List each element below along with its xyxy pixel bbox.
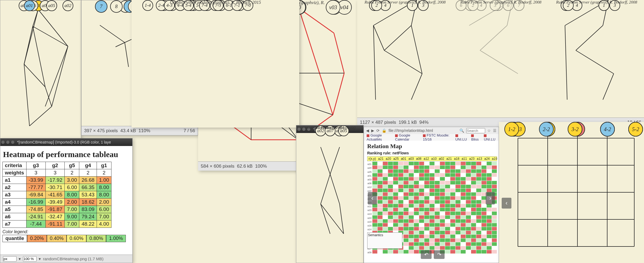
search-input[interactable]	[466, 128, 485, 133]
rm-sub: Ranking rule: netFlows	[367, 151, 495, 155]
l52: 5-2	[628, 122, 643, 137]
svg-line-48	[384, 25, 411, 50]
semantics-legend: Semantics	[367, 232, 402, 249]
svg-line-32	[333, 73, 344, 115]
svg-line-9	[33, 26, 45, 87]
svg-line-68	[321, 204, 330, 234]
capC: Rubis Python Server (graphviz), R. Bisdo…	[549, 0, 644, 5]
heatmap-table: criteriag3g2g5g4g1 weights33222a1-33.99-…	[2, 162, 111, 228]
rm-header: r(x,y)a21a20a25a01a03a08a12a10a02a21a18a…	[367, 156, 497, 161]
url-bar[interactable]: file:///tmp/relationMap.html	[389, 128, 457, 133]
svg-line-8	[24, 64, 29, 126]
units-select[interactable]	[3, 256, 17, 262]
search-icon[interactable]: 🔍	[459, 128, 464, 133]
svg-line-49	[384, 50, 422, 74]
svg-line-64	[321, 147, 330, 174]
svg-line-5	[24, 64, 45, 87]
back-icon[interactable]: ◀	[366, 128, 369, 133]
node-a02: a02	[63, 0, 73, 11]
p7c2: R. Bisdorff, 2014	[296, 125, 364, 130]
svg-line-65	[330, 147, 340, 174]
lattice-prev[interactable]: ‹	[502, 198, 511, 209]
svg-line-6	[45, 87, 52, 106]
svg-line-52	[373, 25, 376, 100]
svg-line-66	[321, 174, 330, 204]
svg-line-50	[411, 74, 422, 100]
rm-title: Relation Map	[367, 143, 495, 150]
color-legend-label: Color legend:	[2, 229, 130, 234]
menu-icon[interactable]: ☰	[493, 128, 497, 133]
svg-line-1	[38, 9, 68, 46]
svg-line-69	[340, 204, 344, 234]
fwd-icon[interactable]: ▶	[371, 128, 374, 133]
svg-line-10	[24, 9, 38, 64]
zoom-input[interactable]	[23, 256, 37, 262]
svg-line-62	[603, 74, 614, 100]
l12: 1-2	[504, 122, 519, 137]
heatmap-title: Heatmap of performance tableau	[3, 150, 130, 159]
next-image-button[interactable]: ›	[486, 192, 495, 204]
star-icon[interactable]: ☆	[487, 128, 491, 133]
svg-line-56	[480, 25, 507, 50]
l22: 2-2	[539, 122, 554, 137]
svg-line-11	[45, 46, 68, 106]
svg-line-51	[373, 25, 384, 50]
svg-line-3	[33, 26, 68, 46]
bm5[interactable]: Bliss	[471, 133, 480, 141]
bm1[interactable]: Google Actualités	[367, 133, 391, 141]
l42: 4-2	[600, 122, 615, 137]
n7: 7	[95, 0, 107, 13]
svg-line-2	[24, 26, 33, 64]
rotate-right-button[interactable]: ↷	[434, 250, 445, 259]
svg-line-27	[116, 43, 125, 47]
bookmarks-bar[interactable]: Google Actualités Google Calendar FSTC M…	[364, 134, 499, 141]
p11cap: Graphs Python module (graphviz), R. Bisd…	[148, 0, 283, 5]
reload-icon[interactable]: ⟳	[376, 128, 380, 133]
quantile-legend: quantile0.20%0.40%0.60%0.80%1.00%	[2, 235, 130, 242]
prev-image-button[interactable]: ‹	[368, 192, 377, 204]
svg-line-33	[299, 8, 333, 115]
gimp-title: *[randomCBHeatmap] (Imported)-3.0 (RGB c…	[0, 138, 132, 146]
capB: Rubis Python Server (graphviz), R. Bisdo…	[453, 0, 549, 5]
n8: 8	[110, 0, 123, 13]
l32: 3-2	[568, 122, 582, 137]
svg-line-53	[411, 25, 422, 74]
svg-line-7	[29, 106, 52, 126]
node-a05: a05	[46, 0, 57, 11]
bm6[interactable]: UNI.LU	[484, 133, 496, 141]
svg-line-63	[565, 25, 567, 100]
svg-line-12	[100, 25, 125, 43]
rotate-left-button[interactable]: ↶	[421, 250, 432, 259]
lock-icon: 🔒	[382, 128, 386, 133]
capA: Rubis Python Server (graphviz), R. Bisdo…	[357, 0, 453, 5]
bm4[interactable]: UNI.LU	[455, 133, 468, 141]
svg-line-28	[125, 43, 129, 67]
svg-line-4	[52, 46, 68, 106]
gimp-statusbar: ▾ ▾ randomCBHeatmap.png (1.7 MB)	[0, 255, 132, 263]
svg-line-70	[321, 204, 344, 234]
svg-line-57	[480, 50, 518, 74]
svg-line-67	[330, 174, 340, 204]
filename-label: randomCBHeatmap.png (1.7 MB)	[43, 256, 130, 261]
node-a01: a01	[24, 0, 35, 11]
bm2[interactable]: Google Calendar	[395, 133, 419, 141]
svg-line-60	[576, 25, 603, 50]
svg-line-61	[576, 50, 614, 74]
svg-line-0	[33, 9, 38, 26]
bm3[interactable]: FSTC Moodle: 15/16	[423, 133, 452, 141]
svg-line-31	[334, 33, 344, 73]
